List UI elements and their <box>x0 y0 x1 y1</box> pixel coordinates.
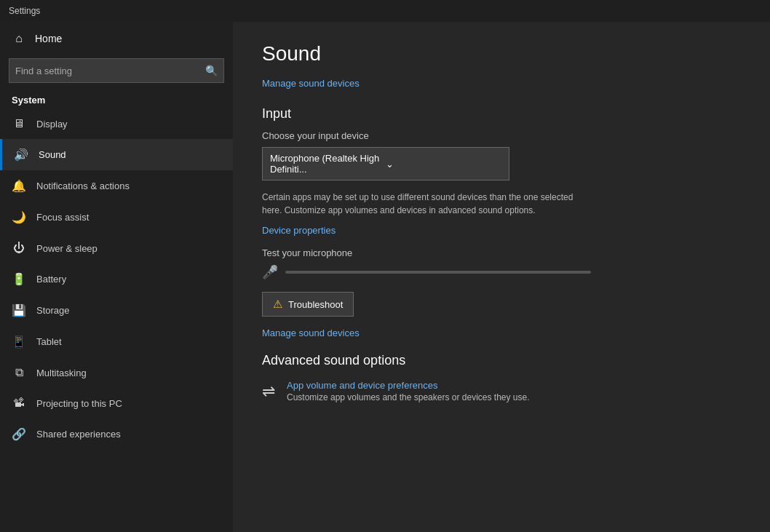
tablet-icon: 📱 <box>12 335 26 349</box>
selected-device-text: Microphone (Realtek High Definiti... <box>270 153 386 175</box>
sidebar-item-display[interactable]: 🖥 Display <box>0 108 233 139</box>
input-description: Certain apps may be set up to use differ… <box>262 191 590 217</box>
manage-sound-devices-link-bottom[interactable]: Manage sound devices <box>262 327 360 338</box>
microphone-level-bar <box>285 271 591 274</box>
sidebar: ⌂ Home 🔍 System 🖥 Display 🔊 Sound 🔔 Noti… <box>0 22 233 532</box>
titlebar: Settings <box>0 0 770 22</box>
page-title: Sound <box>262 42 741 65</box>
storage-icon: 💾 <box>12 303 26 317</box>
sidebar-item-tablet[interactable]: 📱 Tablet <box>0 326 233 357</box>
battery-icon: 🔋 <box>12 272 26 286</box>
sidebar-item-battery-label: Battery <box>36 274 66 285</box>
sidebar-item-multitasking-label: Multitasking <box>36 368 87 378</box>
manage-sound-devices-link-top[interactable]: Manage sound devices <box>262 78 360 89</box>
microphone-icon: 🎤 <box>262 264 278 280</box>
sidebar-item-multitasking[interactable]: ⧉ Multitasking <box>0 357 233 388</box>
titlebar-title: Settings <box>9 6 40 16</box>
microphone-level-bar-container: 🎤 <box>262 264 741 280</box>
input-device-select[interactable]: Microphone (Realtek High Definiti... ⌄ <box>262 147 509 180</box>
sidebar-item-shared-label: Shared experiences <box>36 429 121 440</box>
focus-icon: 🌙 <box>12 210 26 224</box>
sidebar-item-battery[interactable]: 🔋 Battery <box>0 263 233 295</box>
sidebar-item-focus[interactable]: 🌙 Focus assist <box>0 202 233 233</box>
advanced-section-title: Advanced sound options <box>262 353 741 368</box>
notifications-icon: 🔔 <box>12 179 26 193</box>
sidebar-item-notifications[interactable]: 🔔 Notifications & actions <box>0 170 233 202</box>
sidebar-item-storage[interactable]: 💾 Storage <box>0 295 233 326</box>
sidebar-item-tablet-label: Tablet <box>36 336 62 347</box>
sound-icon: 🔊 <box>14 148 28 162</box>
display-icon: 🖥 <box>12 117 26 130</box>
content-area: Sound Manage sound devices Input Choose … <box>233 22 770 532</box>
shared-icon: 🔗 <box>12 427 26 441</box>
system-section-label: System <box>0 89 233 108</box>
app-volume-row: ⇌ App volume and device preferences Cust… <box>262 380 741 402</box>
search-input[interactable] <box>15 65 205 76</box>
sidebar-item-projecting-label: Projecting to this PC <box>36 398 122 409</box>
home-icon: ⌂ <box>12 32 26 45</box>
app-pref-icon: ⇌ <box>262 382 275 401</box>
search-box[interactable]: 🔍 <box>9 58 224 83</box>
troubleshoot-label: Troubleshoot <box>288 299 343 310</box>
choose-device-label: Choose your input device <box>262 130 741 141</box>
sidebar-item-notifications-label: Notifications & actions <box>36 180 130 191</box>
projecting-icon: 📽 <box>12 397 26 410</box>
main-layout: ⌂ Home 🔍 System 🖥 Display 🔊 Sound 🔔 Noti… <box>0 22 770 532</box>
sidebar-item-sound-label: Sound <box>39 149 66 160</box>
sidebar-home-label: Home <box>35 33 62 44</box>
chevron-down-icon: ⌄ <box>386 159 501 170</box>
sidebar-item-shared[interactable]: 🔗 Shared experiences <box>0 418 233 450</box>
app-volume-desc: Customize app volumes and the speakers o… <box>287 392 530 402</box>
sidebar-item-storage-label: Storage <box>36 305 70 316</box>
sidebar-item-power-label: Power & sleep <box>36 243 98 254</box>
device-properties-link[interactable]: Device properties <box>262 225 336 236</box>
sidebar-item-power[interactable]: ⏻ Power & sleep <box>0 233 233 263</box>
power-icon: ⏻ <box>12 242 26 255</box>
app-volume-link[interactable]: App volume and device preferences <box>287 380 530 391</box>
sidebar-item-projecting[interactable]: 📽 Projecting to this PC <box>0 388 233 418</box>
test-mic-label: Test your microphone <box>262 247 741 258</box>
search-icon[interactable]: 🔍 <box>205 65 218 76</box>
app-pref-text: App volume and device preferences Custom… <box>287 380 530 402</box>
troubleshoot-button[interactable]: ⚠ Troubleshoot <box>262 292 354 317</box>
warning-icon: ⚠ <box>273 298 282 311</box>
sidebar-item-display-label: Display <box>36 119 68 130</box>
sidebar-home-button[interactable]: ⌂ Home <box>0 22 233 55</box>
sidebar-item-sound[interactable]: 🔊 Sound <box>0 139 233 170</box>
multitasking-icon: ⧉ <box>12 366 26 379</box>
input-section-title: Input <box>262 106 741 122</box>
sidebar-item-focus-label: Focus assist <box>36 212 89 223</box>
